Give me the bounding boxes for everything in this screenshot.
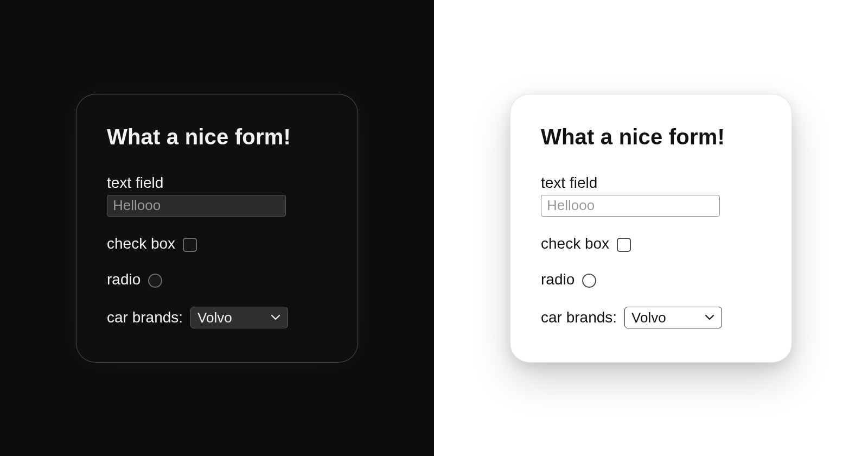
light-pane: What a nice form! text field check box r… [434, 0, 868, 456]
select-group: car brands: Volvo [107, 307, 327, 328]
checkbox-label: check box [107, 235, 175, 252]
select-wrap: Volvo [624, 307, 722, 328]
checkbox-group: check box [107, 235, 327, 252]
radio-group: radio [107, 271, 327, 288]
form-card-light: What a nice form! text field check box r… [510, 94, 792, 363]
text-field-input[interactable] [107, 195, 286, 217]
form-title: What a nice form! [541, 125, 761, 149]
checkbox-group: check box [541, 235, 761, 252]
text-field-label: text field [107, 174, 327, 192]
radio-input[interactable] [148, 274, 162, 288]
text-field-label: text field [541, 174, 761, 192]
select-label: car brands: [541, 309, 617, 326]
checkbox-input[interactable] [617, 238, 631, 252]
checkbox-input[interactable] [183, 238, 197, 252]
text-field-group: text field [107, 174, 327, 217]
radio-group: radio [541, 271, 761, 288]
text-field-input[interactable] [541, 195, 720, 217]
checkbox-label: check box [541, 235, 609, 252]
radio-input[interactable] [582, 274, 596, 288]
theme-comparison-stage: What a nice form! text field check box r… [0, 0, 868, 456]
select-wrap: Volvo [190, 307, 288, 328]
form-title: What a nice form! [107, 125, 327, 149]
car-brand-select[interactable]: Volvo [624, 307, 722, 328]
text-field-group: text field [541, 174, 761, 217]
select-group: car brands: Volvo [541, 307, 761, 328]
form-card-dark: What a nice form! text field check box r… [76, 94, 358, 363]
car-brand-select[interactable]: Volvo [190, 307, 288, 328]
select-label: car brands: [107, 309, 183, 326]
dark-pane: What a nice form! text field check box r… [0, 0, 434, 456]
radio-label: radio [107, 271, 141, 288]
radio-label: radio [541, 271, 575, 288]
